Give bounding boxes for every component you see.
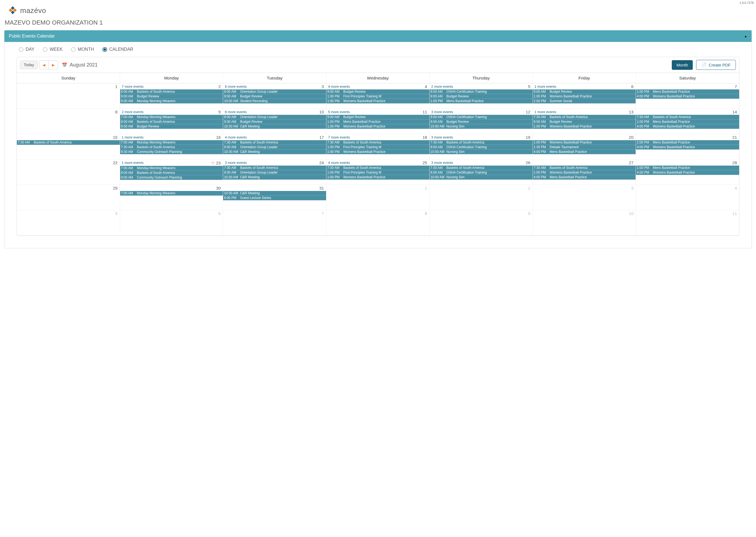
calendar-event[interactable]: 1:30 PMDebate Tournament (533, 145, 636, 149)
calendar-event[interactable]: 9:00 AMBudget Review (533, 119, 636, 124)
calendar-cell[interactable]: 3 (533, 185, 636, 210)
calendar-cell[interactable]: 1 (17, 83, 120, 109)
more-events-link[interactable]: 1 more events (122, 161, 144, 165)
calendar-cell[interactable]: 11 (636, 210, 739, 236)
calendar-event[interactable]: 7:30 AMBaskets of South America (223, 140, 326, 145)
calendar-cell[interactable]: 4 more events177:30 AMBaskets of South A… (223, 134, 326, 159)
calendar-event[interactable]: 9:30 AMCommunity Outreach Planning (120, 149, 223, 154)
calendar-event[interactable]: 9:00 AMOSHA Certification Training (430, 115, 533, 119)
calendar-event[interactable]: 4:00 PMMens Basketball Practice (533, 175, 636, 180)
calendar-event[interactable]: 10:00 AMNursing Sim (430, 175, 533, 180)
calendar-event[interactable]: 9:00 AMOSHA Certification Training (430, 145, 533, 149)
calendar-event[interactable]: 1:00 PMFirst Principles Training M (326, 94, 429, 99)
more-events-link[interactable]: 4 more events (328, 85, 350, 89)
calendar-event[interactable]: 1:00 PMWomens Basketball Practice (533, 170, 636, 175)
calendar-cell[interactable]: 201:00 PMWomens Basketball Practice1:30 … (533, 134, 636, 159)
calendar-cell[interactable]: 2 more events97:00 AMMonday Morning Weav… (120, 109, 223, 134)
calendar-event[interactable]: 1:00 PMWomens Basketball Practice (533, 124, 636, 129)
calendar-event[interactable]: 9:00 AMBudget Review (533, 89, 636, 94)
calendar-event[interactable]: 1:00 PMWomens Basketball Practice (326, 175, 429, 180)
calendar-event[interactable]: 9:00 AMBudget Review (120, 124, 223, 129)
calendar-event[interactable]: 9:00 AMOSHA Certification Training (430, 89, 533, 94)
calendar-event[interactable]: 4:00 PMWomens Basketball Practice (636, 124, 739, 129)
calendar-event[interactable]: 9:00 AMMonday Morning Weavers (120, 99, 223, 103)
calendar-event[interactable]: 1:00 PMWomens Basketball Practice (533, 94, 636, 99)
calendar-cell[interactable]: 307:00 AMMonday Morning Weavers (120, 185, 223, 210)
calendar-event[interactable]: 10:30 AMC&R Meeting (223, 191, 326, 196)
calendar-cell[interactable]: 2 more events59:00 AMOSHA Certification … (430, 83, 533, 109)
more-events-link[interactable]: 7 more events (122, 85, 144, 89)
calendar-event[interactable]: 10:30 AMC&R Meeting (223, 124, 326, 129)
calendar-event[interactable]: 7:00 AMMonday Morning Weavers (120, 191, 223, 196)
more-events-link[interactable]: 1 more events (535, 110, 556, 114)
calendar-cell[interactable]: 2 (430, 185, 533, 210)
calendar-event[interactable]: 1:00 PMWomens Basketball Practice (326, 124, 429, 129)
more-events-link[interactable]: 2 more events (431, 85, 453, 89)
calendar-cell[interactable]: 8 (326, 210, 430, 236)
calendar-event[interactable]: 4:00 PMWomens Basketball Practice (636, 94, 739, 99)
more-events-link[interactable]: 3 more events (225, 161, 246, 165)
calendar-cell[interactable]: 4 more events257:30 AMBaskets of South A… (326, 159, 430, 185)
calendar-event[interactable]: 8:00 AMBaskets of South America (120, 171, 223, 175)
calendar-event[interactable]: 7:30 AMBaskets of South America (533, 115, 636, 119)
calendar-event[interactable]: 8:00 AMOrientation Group Leader (223, 145, 326, 149)
calendar-event[interactable]: 1:00 PMMens Basketball Practice (636, 119, 739, 124)
calendar-event[interactable]: 1:00 PMMens Basketball Practice (430, 99, 533, 103)
view-tab-week[interactable]: WEEK (43, 47, 63, 52)
view-mode-button[interactable]: Month (672, 60, 693, 70)
calendar-cell[interactable]: 211:00 PMMens Basketball Practice4:00 PM… (636, 134, 739, 159)
calendar-event[interactable]: 9:00 AMBudget Review (430, 119, 533, 124)
calendar-cell[interactable]: 1 more events☆237:00 AMMonday Morning We… (120, 159, 223, 185)
more-events-link[interactable]: 1 more events (535, 85, 556, 89)
calendar-cell[interactable]: 3 more events197:30 AMBaskets of South A… (430, 134, 533, 159)
month-picker[interactable]: 📅 August 2021 (62, 62, 98, 68)
calendar-cell[interactable]: 1 more events167:00 AMMonday Morning Wea… (120, 134, 223, 159)
more-events-link[interactable]: 1 more events (122, 136, 144, 139)
more-events-link[interactable]: 5 more events (328, 110, 350, 114)
more-events-link[interactable]: 4 more events (328, 161, 350, 165)
calendar-cell[interactable]: 3 more events247:30 AMBaskets of South A… (223, 159, 326, 185)
calendar-event[interactable]: 1:00 PMMens Basketball Practice (636, 140, 739, 145)
panel-header[interactable]: Public Events Calendar ▲ (4, 30, 752, 42)
more-events-link[interactable]: 3 more events (431, 136, 453, 139)
calendar-cell[interactable]: 71:00 PMMens Basketball Practice4:00 PMW… (636, 83, 739, 109)
calendar-event[interactable]: 7:30 AMBaskets of South America (326, 166, 429, 170)
calendar-event[interactable]: 9:00 AMBudget Review (223, 94, 326, 99)
calendar-cell[interactable]: 3 more events267:30 AMBaskets of South A… (430, 159, 533, 185)
calendar-event[interactable]: 8:00 AMBaskets of South America (120, 89, 223, 94)
calendar-cell[interactable]: 147:30 AMBaskets of South America1:00 PM… (636, 109, 739, 134)
more-events-link[interactable]: 2 more events (122, 110, 144, 114)
calendar-event[interactable]: 1:00 PMMens Basketball Practice (636, 166, 739, 170)
view-tab-calendar[interactable]: CALENDAR (103, 47, 133, 52)
view-tab-month[interactable]: MONTH (71, 47, 94, 52)
calendar-cell[interactable]: 29 (17, 185, 120, 210)
calendar-cell[interactable]: 4 more events49:00 AMBudget Review1:00 P… (326, 83, 430, 109)
calendar-cell[interactable]: 3110:30 AMC&R Meeting6:00 PMGuest Lectur… (223, 185, 326, 210)
calendar-event[interactable]: 10:00 AMNursing Sim (430, 149, 533, 154)
calendar-cell[interactable]: 5 (17, 210, 120, 236)
calendar-cell[interactable]: 7 (223, 210, 326, 236)
create-pdf-button[interactable]: 📄 Create PDF (696, 60, 736, 70)
calendar-cell[interactable]: 4 (636, 185, 739, 210)
next-month-button[interactable]: ▶ (49, 61, 58, 69)
collapse-icon[interactable]: ▲ (744, 34, 747, 38)
calendar-cell[interactable]: 281:00 PMMens Basketball Practice4:00 PM… (636, 159, 739, 185)
calendar-event[interactable]: 1:00 PMMens Basketball Practice (326, 119, 429, 124)
calendar-cell[interactable]: 277:30 AMBaskets of South America1:00 PM… (533, 159, 636, 185)
more-events-link[interactable]: 6 more events (225, 110, 246, 114)
calendar-event[interactable]: 8:00 AMOrientation Group Leader (223, 170, 326, 175)
calendar-cell[interactable]: 9 (430, 210, 533, 236)
calendar-cell[interactable]: 7 more events187:30 AMBaskets of South A… (326, 134, 430, 159)
calendar-cell[interactable]: 5 more events119:00 AMBudget Review1:00 … (326, 109, 430, 134)
more-events-link[interactable]: 7 more events (328, 136, 350, 139)
calendar-event[interactable]: 9:00 AMBudget Review (223, 119, 326, 124)
calendar-event[interactable]: 4:00 PMWomens Basketball Practice (636, 145, 739, 149)
calendar-event[interactable]: 2:00 PMSummer Social (533, 99, 636, 103)
calendar-event[interactable]: 7:30 AMBaskets of South America (120, 145, 223, 149)
calendar-event[interactable]: 8:00 AMBaskets of South America (120, 119, 223, 124)
calendar-event[interactable]: 10:00 AMStudent Recording (223, 99, 326, 103)
calendar-cell[interactable]: 22 (17, 159, 120, 185)
calendar-event[interactable]: 1:00 PMWomens Basketball Practice (533, 140, 636, 145)
calendar-event[interactable]: 9:00 AMOSHA Certification Training (430, 170, 533, 175)
calendar-event[interactable]: 10:30 AMC&R Meeting (223, 175, 326, 180)
